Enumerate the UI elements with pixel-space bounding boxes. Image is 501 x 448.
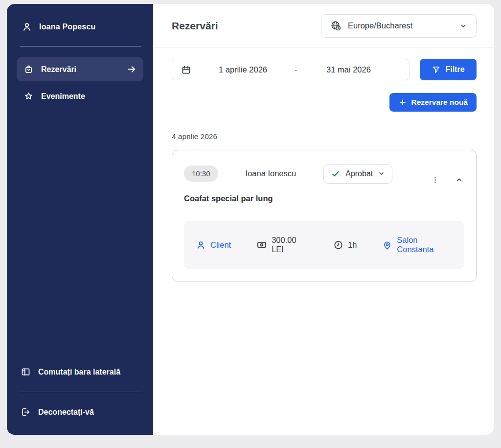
logout-button[interactable]: Deconectați-vă bbox=[21, 407, 139, 417]
globe-clock-icon bbox=[330, 20, 342, 31]
date-from[interactable]: 1 aprilie 2026 bbox=[191, 65, 295, 74]
chevron-up-icon bbox=[455, 176, 463, 184]
card-actions bbox=[430, 175, 464, 185]
banknote-icon bbox=[256, 239, 267, 250]
location-link[interactable]: Salon Constanta bbox=[382, 236, 453, 254]
sidebar: Ioana Popescu Rezervări bbox=[7, 4, 153, 435]
sidebar-user: Ioana Popescu bbox=[22, 22, 139, 32]
booking-card: 10:30 Ioana Ionescu Aprobat bbox=[172, 150, 477, 282]
booking-client-name: Ioana Ionescu bbox=[246, 169, 296, 178]
plus-icon bbox=[398, 98, 407, 107]
user-name: Ioana Popescu bbox=[39, 23, 96, 31]
check-icon bbox=[331, 169, 341, 179]
chevron-down-icon bbox=[378, 170, 385, 177]
sidebar-item-evenimente[interactable]: Evenimente bbox=[17, 84, 143, 108]
filter-button[interactable]: Filtre bbox=[420, 59, 477, 80]
new-booking-button[interactable]: Rezervare nouă bbox=[389, 93, 477, 112]
price-info: 300.00 LEI bbox=[256, 236, 308, 254]
booking-card-header: 10:30 Ioana Ionescu Aprobat bbox=[184, 162, 464, 185]
booking-info-panel: Client 300.00 LEI bbox=[184, 221, 464, 269]
page-title: Rezervări bbox=[172, 20, 218, 32]
date-range-picker[interactable]: 1 aprilie 2026 - 31 mai 2026 bbox=[172, 59, 410, 80]
toggle-sidebar-button[interactable]: Comutați bara laterală bbox=[21, 367, 139, 377]
calendar-icon bbox=[181, 65, 191, 75]
sidebar-item-label: Rezervări bbox=[41, 65, 76, 74]
booking-group-date: 4 aprilie 2026 bbox=[172, 132, 477, 141]
arrow-right-icon bbox=[126, 64, 137, 74]
location-link-label: Salon Constanta bbox=[397, 236, 453, 254]
sidebar-item-rezervari[interactable]: Rezervări bbox=[17, 57, 143, 81]
duration-value: 1h bbox=[348, 240, 357, 250]
app-window: Ioana Popescu Rezervări bbox=[7, 4, 494, 435]
new-booking-label: Rezervare nouă bbox=[411, 98, 468, 107]
timezone-select[interactable]: Europe/Bucharest bbox=[321, 14, 477, 38]
sidebar-divider-top bbox=[20, 46, 141, 47]
status-value: Aprobat bbox=[345, 169, 373, 178]
logout-label: Deconectați-vă bbox=[38, 408, 94, 417]
date-to[interactable]: 31 mai 2026 bbox=[297, 65, 400, 74]
chevron-down-icon bbox=[459, 22, 467, 30]
client-link-label: Client bbox=[210, 240, 231, 250]
content: 1 aprilie 2026 - 31 mai 2026 Filtre bbox=[153, 48, 494, 282]
toggle-sidebar-label: Comutați bara laterală bbox=[38, 368, 120, 377]
filter-row: 1 aprilie 2026 - 31 mai 2026 Filtre bbox=[172, 59, 477, 80]
time-badge: 10:30 bbox=[184, 165, 218, 182]
bag-icon bbox=[23, 64, 34, 74]
new-booking-row: Rezervare nouă bbox=[172, 93, 477, 112]
panel-layout-icon bbox=[21, 367, 31, 377]
clock-icon bbox=[333, 240, 343, 250]
map-pin-icon bbox=[382, 240, 392, 250]
sidebar-nav: Rezervări Evenimente bbox=[7, 57, 153, 108]
funnel-icon bbox=[432, 65, 441, 74]
duration-info: 1h bbox=[333, 240, 357, 250]
more-options-button[interactable] bbox=[430, 175, 440, 185]
sidebar-item-label: Evenimente bbox=[41, 92, 85, 101]
star-icon bbox=[23, 91, 34, 101]
main-area: Rezervări Europe/Bucharest bbox=[153, 4, 494, 435]
main-header: Rezervări Europe/Bucharest bbox=[153, 4, 494, 48]
user-icon bbox=[22, 22, 32, 32]
timezone-value: Europe/Bucharest bbox=[348, 21, 412, 30]
status-select[interactable]: Aprobat bbox=[323, 164, 392, 184]
sidebar-divider-bottom bbox=[20, 392, 141, 392]
price-value: 300.00 LEI bbox=[272, 236, 308, 254]
filter-button-label: Filtre bbox=[445, 65, 464, 74]
logout-icon bbox=[21, 407, 31, 417]
client-link[interactable]: Client bbox=[196, 240, 231, 250]
service-name: Coafat special par lung bbox=[184, 194, 464, 203]
collapse-card-button[interactable] bbox=[454, 175, 464, 185]
kebab-menu-icon bbox=[431, 176, 439, 184]
person-icon bbox=[196, 240, 206, 250]
sidebar-spacer bbox=[7, 108, 153, 367]
